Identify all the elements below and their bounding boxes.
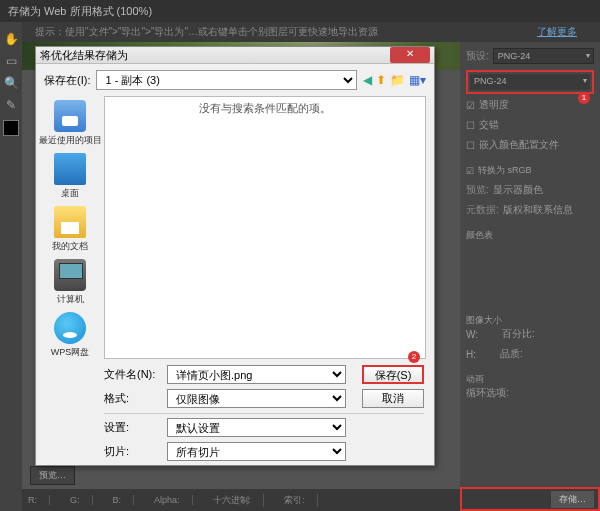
checkbox-srgb[interactable]: ☑ (466, 166, 474, 176)
hand-tool-icon[interactable]: ✋ (1, 29, 21, 49)
slice-tool-icon[interactable]: ▭ (1, 51, 21, 71)
recent-icon (54, 100, 86, 132)
right-settings-panel: 预设: PNG-24 PNG-24 1 ☑透明度 ☐交错 ☐嵌入颜色配置文件 ☑… (460, 42, 600, 511)
preset-label: 预设: (466, 49, 489, 63)
checkbox-transparency[interactable]: ☑ (466, 100, 475, 111)
image-size-label: 图像大小 (466, 314, 594, 327)
sidebar-item-desktop[interactable]: 桌面 (54, 153, 86, 200)
computer-icon (54, 259, 86, 291)
slice-select[interactable]: 所有切片 (167, 442, 346, 461)
dialog-titlebar[interactable]: 将优化结果存储为 ✕ (36, 47, 434, 64)
color-table-label: 颜色表 (466, 229, 594, 242)
checkbox-interlace[interactable]: ☐ (466, 120, 475, 131)
app-title: 存储为 Web 所用格式 (100%) (8, 4, 152, 19)
color-swatch[interactable] (3, 120, 19, 136)
view-menu-icon[interactable]: ▦▾ (409, 73, 426, 87)
slice-label: 切片: (104, 444, 159, 459)
settings-label: 设置: (104, 420, 159, 435)
highlight-box-1: PNG-24 1 (466, 70, 594, 94)
hint-bar: 💡 提示：使用"文件">"导出">"导出为"…或右键单击个别图层可更快速地导出资… (0, 22, 600, 42)
filename-label: 文件名(N): (104, 367, 159, 382)
format-select[interactable]: PNG-24 (470, 74, 590, 90)
sidebar-item-documents[interactable]: 我的文档 (52, 206, 88, 253)
filename-input[interactable]: 详情页小图.png (167, 365, 346, 384)
save-button[interactable]: 2 保存(S) (362, 365, 424, 384)
wps-cloud-icon (54, 312, 86, 344)
app-title-bar: 存储为 Web 所用格式 (100%) (0, 0, 600, 22)
empty-message: 没有与搜索条件匹配的项。 (199, 101, 331, 116)
close-icon[interactable]: ✕ (390, 47, 430, 63)
documents-icon (54, 206, 86, 238)
zoom-tool-icon[interactable]: 🔍 (1, 73, 21, 93)
left-toolbar: ✋ ▭ 🔍 ✎ (0, 22, 22, 511)
save-in-label: 保存在(I): (44, 73, 90, 88)
preset-select[interactable]: PNG-24 (493, 48, 594, 64)
settings-select[interactable]: 默认设置 (167, 418, 346, 437)
cancel-button[interactable]: 取消 (362, 389, 424, 408)
info-bar: R: G: B: Alpha: 十六进制: 索引: (22, 489, 460, 511)
learn-more-link[interactable]: 了解更多 (537, 25, 577, 39)
format-label: 格式: (104, 391, 159, 406)
up-icon[interactable]: ⬆ (376, 73, 386, 87)
hint-text: 提示：使用"文件">"导出">"导出为"…或右键单击个别图层可更快速地导出资源 (35, 25, 378, 39)
dialog-title: 将优化结果存储为 (40, 48, 128, 63)
new-folder-icon[interactable]: 📁 (390, 73, 405, 87)
checkbox-embed-profile[interactable]: ☐ (466, 140, 475, 151)
highlight-box-3: 存储… (460, 487, 600, 511)
eyedropper-tool-icon[interactable]: ✎ (1, 95, 21, 115)
store-button[interactable]: 存储… (551, 491, 594, 508)
badge-1: 1 (578, 92, 590, 104)
save-dialog: 将优化结果存储为 ✕ 保存在(I): 1 - 副本 (3) ◀ ⬆ 📁 ▦▾ 最… (35, 46, 435, 466)
places-sidebar: 最近使用的项目 桌面 我的文档 计算机 WPS网盘 (36, 96, 104, 359)
badge-2: 2 (408, 351, 420, 363)
format-select-dialog[interactable]: 仅限图像 (167, 389, 346, 408)
file-list-area[interactable]: 没有与搜索条件匹配的项。 (104, 96, 426, 359)
folder-select[interactable]: 1 - 副本 (3) (96, 70, 357, 90)
sidebar-item-recent[interactable]: 最近使用的项目 (39, 100, 102, 147)
sidebar-item-wps[interactable]: WPS网盘 (51, 312, 90, 359)
sidebar-item-computer[interactable]: 计算机 (54, 259, 86, 306)
back-icon[interactable]: ◀ (363, 73, 372, 87)
desktop-icon (54, 153, 86, 185)
